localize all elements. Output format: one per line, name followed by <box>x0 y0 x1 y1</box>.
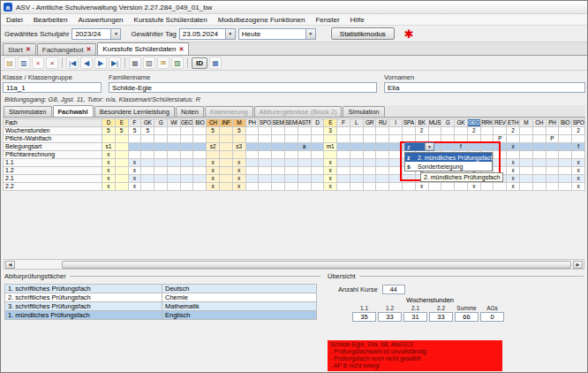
grid-cell[interactable] <box>220 159 233 167</box>
grid-cell[interactable] <box>520 159 533 167</box>
combo-dropdown-icon[interactable]: ▼ <box>425 143 433 150</box>
grid-cell[interactable] <box>259 151 272 159</box>
subtab-fachwahl[interactable]: Fachwahl <box>53 105 94 117</box>
grid-cell[interactable] <box>455 183 468 191</box>
grid-cell[interactable] <box>532 159 546 167</box>
grid-cell[interactable] <box>520 167 533 175</box>
col-header-f-18[interactable]: F <box>337 119 351 127</box>
grid-cell[interactable] <box>350 183 363 191</box>
grid-cell[interactable] <box>167 167 180 175</box>
grid-cell[interactable]: P <box>494 135 507 143</box>
grid-cell[interactable] <box>428 183 441 191</box>
grid-cell[interactable] <box>298 175 311 183</box>
grid-cell[interactable] <box>389 143 403 151</box>
grid-cell[interactable] <box>193 135 207 143</box>
grid-cell[interactable] <box>546 151 559 159</box>
grid-cell[interactable] <box>155 175 168 183</box>
col-header-geo-6[interactable]: GEO <box>180 119 193 127</box>
grid-cell[interactable] <box>363 175 376 183</box>
grid-cell[interactable] <box>298 127 311 135</box>
grid-cell[interactable] <box>155 167 168 175</box>
col-header-m-32[interactable]: M <box>520 119 533 127</box>
grid-cell[interactable] <box>337 167 351 175</box>
grid-cell[interactable] <box>572 151 585 159</box>
grid-cell[interactable]: 5 <box>102 127 116 135</box>
col-header-rev-30[interactable]: REV <box>494 119 507 127</box>
grid-cell[interactable]: 2 <box>572 127 585 135</box>
grid-cell[interactable] <box>167 143 180 151</box>
col-header-m-10[interactable]: M <box>232 119 245 127</box>
grid-cell[interactable] <box>324 135 337 143</box>
grid-cell[interactable] <box>259 183 272 191</box>
grid-cell[interactable] <box>220 175 233 183</box>
grid-cell[interactable] <box>337 143 351 151</box>
grid-cell[interactable]: x <box>324 159 337 167</box>
col-header-g-4[interactable]: G <box>155 119 168 127</box>
grid-cell[interactable]: x <box>324 167 337 175</box>
grid-cell[interactable] <box>193 175 207 183</box>
menu-item-datei[interactable]: Datei <box>1 16 28 24</box>
grid-cell[interactable] <box>311 135 324 143</box>
grid-cell[interactable] <box>193 151 207 159</box>
col-header-f-2[interactable]: F <box>128 119 141 127</box>
grid-cell[interactable] <box>220 167 233 175</box>
grid-cell[interactable] <box>180 151 193 159</box>
grid-cell[interactable] <box>467 143 480 151</box>
grid-cell[interactable] <box>480 143 494 151</box>
grid-cell[interactable] <box>167 159 180 167</box>
grid-cell[interactable]: x <box>415 183 428 191</box>
grid-cell[interactable] <box>546 167 559 175</box>
grid-cell[interactable] <box>494 151 507 159</box>
print-icon[interactable]: ▦ <box>129 57 141 69</box>
next-record-icon[interactable]: ▶ <box>94 57 107 69</box>
menu-item-fenster[interactable]: Fenster <box>310 16 344 24</box>
grid-cell[interactable] <box>350 143 363 151</box>
subtab-stammdaten[interactable]: Stammdaten <box>4 106 52 117</box>
col-header-i-22[interactable]: I <box>389 119 403 127</box>
grid-cell[interactable]: x <box>507 159 520 167</box>
grid-cell[interactable] <box>494 127 507 135</box>
col-header-ru-21[interactable]: RU <box>376 119 389 127</box>
chevron-down-icon[interactable]: ▼ <box>305 29 315 39</box>
grid-cell[interactable] <box>102 135 116 143</box>
grid-cell[interactable] <box>259 167 272 175</box>
grid-cell[interactable] <box>180 127 193 135</box>
col-header-bk-24[interactable]: BK <box>415 119 428 127</box>
grid-cell[interactable] <box>441 127 455 135</box>
grid-cell[interactable] <box>559 127 572 135</box>
statistikmodus-button[interactable]: Statistikmodus <box>331 27 395 40</box>
grid-cell[interactable] <box>311 167 324 175</box>
grid-cell[interactable] <box>376 135 389 143</box>
grid-cell[interactable] <box>376 151 389 159</box>
grid-cell[interactable] <box>520 127 533 135</box>
grid-cell[interactable]: x <box>232 183 245 191</box>
grid-cell[interactable] <box>402 127 415 135</box>
menu-item-auswertungen[interactable]: Auswertungen <box>72 16 128 24</box>
col-header-l-19[interactable]: L <box>350 119 363 127</box>
grid-cell[interactable] <box>376 167 389 175</box>
col-header-e-1[interactable]: E <box>115 119 128 127</box>
familienname-field[interactable]: Schilde-Egle <box>109 82 377 93</box>
grid-cell[interactable] <box>363 135 376 143</box>
tab-close-icon[interactable]: ✕ <box>179 46 185 53</box>
grid-cell[interactable] <box>284 183 298 191</box>
grid-cell[interactable] <box>193 167 207 175</box>
grid-cell[interactable] <box>245 159 259 167</box>
grid-cell[interactable] <box>167 135 180 143</box>
grid-cell[interactable]: x <box>324 175 337 183</box>
export-icon[interactable]: ▨ <box>171 57 184 69</box>
grid-cell[interactable] <box>350 135 363 143</box>
grid-cell[interactable] <box>546 143 559 151</box>
grid-cell[interactable] <box>363 143 376 151</box>
col-header-spa-23[interactable]: SPA <box>402 119 415 127</box>
grid-cell[interactable] <box>272 127 285 135</box>
grid-cell[interactable]: x <box>128 175 141 183</box>
grid-cell[interactable] <box>311 175 324 183</box>
tab-close-icon[interactable]: ✕ <box>86 46 91 53</box>
col-header-spo-36[interactable]: SPO <box>572 119 585 127</box>
grid-cell[interactable] <box>245 151 259 159</box>
grid-cell[interactable] <box>389 127 403 135</box>
grid-cell[interactable]: x <box>128 183 141 191</box>
grid-cell[interactable] <box>141 183 155 191</box>
grid-cell[interactable] <box>284 127 298 135</box>
